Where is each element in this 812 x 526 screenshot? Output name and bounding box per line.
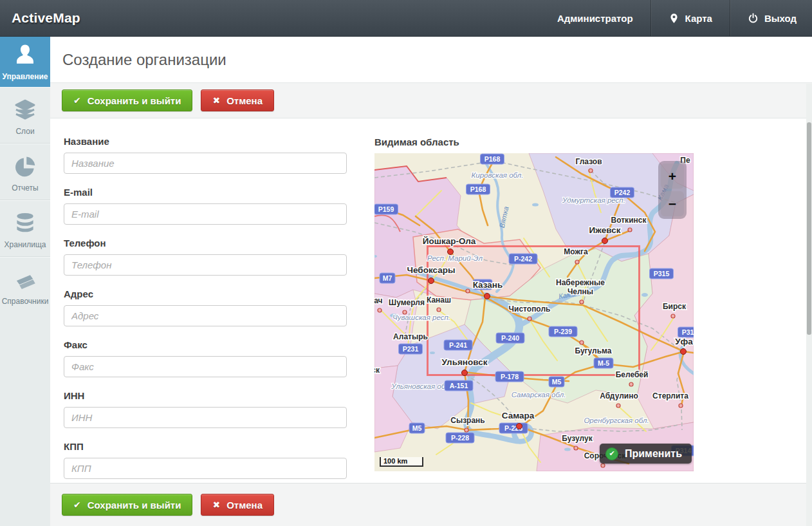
bottom-toolbar: ✔ Сохранить и выйти ✖ Отмена: [50, 483, 812, 526]
map-region-label: Оренбургская обл.: [584, 417, 649, 424]
user-menu-link[interactable]: Администратор: [540, 0, 651, 36]
sidebar-item-label: Справочники: [1, 297, 49, 306]
map-city-dot: [484, 294, 490, 299]
scrollbar-thumb[interactable]: [807, 122, 811, 335]
map-city-label: Челны: [567, 287, 593, 296]
road-badge-label: Р-240: [501, 334, 519, 342]
map-city-dot: [429, 278, 434, 284]
map-city-dot: [517, 424, 522, 429]
map-city-dot: [466, 289, 470, 293]
apply-button[interactable]: ✔ Применить: [600, 444, 692, 464]
road-badge-label: А-151: [450, 382, 468, 390]
sidebar-item-references[interactable]: Справочники: [0, 256, 50, 313]
field-label-fax: Факс: [64, 339, 347, 350]
page-title: Создание организации: [50, 37, 812, 82]
map-link[interactable]: Карта: [651, 0, 730, 36]
books-icon: [1, 267, 49, 294]
cancel-label: Отмена: [226, 500, 263, 511]
save-exit-button-bottom[interactable]: ✔ Сохранить и выйти: [62, 494, 192, 516]
road-badge-label: М5: [412, 424, 422, 432]
sidebar-item-label: Хранилища: [1, 240, 49, 249]
layers-icon: [1, 97, 49, 124]
cancel-button-top[interactable]: ✖ Отмена: [201, 89, 274, 111]
field-label-address: Адрес: [64, 288, 347, 299]
map-city-label: Бузулук: [562, 434, 593, 443]
field-label-kpp: КПП: [64, 441, 347, 452]
sidebar-item-label: Отчеты: [1, 183, 49, 193]
road-badge-label: P231: [403, 345, 419, 353]
cancel-button-bottom[interactable]: ✖ Отмена: [201, 494, 274, 516]
check-icon: ✔: [73, 95, 81, 106]
power-icon: [748, 13, 759, 24]
map-city-label: Сергач: [374, 296, 383, 305]
map-city-dot: [575, 260, 579, 264]
map-city-label: Бугульма: [575, 346, 611, 355]
check-circle-icon: ✔: [605, 447, 618, 460]
map-city-label: Белебей: [616, 370, 649, 379]
road-badge-label: P315: [654, 270, 670, 277]
kpp-input[interactable]: [64, 458, 347, 479]
road-badge-label: P242: [614, 189, 631, 196]
map-canvas[interactable]: Кировская обл.Удмуртская респ.Респ. Мари…: [374, 153, 694, 471]
map-city-dot: [629, 382, 633, 386]
map-zoom-control: + −: [658, 161, 687, 219]
map-city-label: нск: [374, 366, 380, 375]
main-panel: Создание организации ✔ Сохранить и выйти…: [50, 37, 812, 526]
user-menu-label: Администратор: [557, 13, 633, 24]
map-city-dot: [681, 349, 687, 355]
pie-chart-icon: [1, 153, 49, 180]
map-city-label: Бирск: [663, 302, 687, 311]
map-image: Кировская обл.Удмуртская респ.Респ. Мари…: [374, 153, 694, 471]
sidebar-item-layers[interactable]: Слои: [0, 87, 50, 143]
map-city-dot: [528, 317, 531, 321]
map-city-dot: [616, 404, 620, 408]
save-exit-label: Сохранить и выйти: [88, 500, 181, 511]
road-badge-label: М7: [383, 274, 392, 282]
email-input[interactable]: [64, 203, 347, 225]
x-icon: ✖: [212, 500, 220, 510]
map-scale: 100 km: [380, 457, 423, 467]
road-badge-label: Р-239: [554, 328, 572, 335]
logout-label: Выход: [764, 13, 797, 24]
zoom-out-button[interactable]: −: [661, 191, 684, 216]
save-exit-label: Сохранить и выйти: [88, 95, 181, 106]
road-badge-label: P159: [378, 205, 394, 213]
map-city-label: Стерлита: [652, 391, 688, 400]
map-city-dot: [448, 249, 454, 255]
logout-link[interactable]: Выход: [730, 0, 812, 36]
map-city-label: Уфа: [675, 337, 693, 346]
field-label-inn: ИНН: [64, 390, 347, 401]
road-badge-label: Р-228: [451, 434, 469, 442]
map-city-label: Сызрань: [450, 416, 485, 425]
sidebar-item-label: Управление: [1, 72, 49, 81]
zoom-in-button[interactable]: +: [661, 164, 684, 189]
map-city-label: Казань: [473, 280, 503, 290]
sidebar-item-management[interactable]: Управление: [0, 37, 50, 87]
name-input[interactable]: [64, 153, 347, 174]
sidebar-item-storages[interactable]: Хранилища: [0, 200, 50, 256]
sidebar: УправлениеСлоиОтчетыХранилищаСправочники: [0, 37, 50, 526]
road-badge-label: Р-241: [449, 341, 467, 349]
app-window: ActiveMap Администратор Карта Выход Упра…: [0, 0, 812, 526]
map-region-label: Кировская обл.: [472, 171, 524, 179]
map-city-label: Глазов: [575, 157, 602, 166]
sidebar-item-label: Слои: [1, 127, 49, 136]
check-icon: ✔: [73, 500, 81, 510]
inn-input[interactable]: [64, 407, 347, 428]
field-label-name: Название: [64, 136, 347, 147]
phone-input[interactable]: [64, 254, 347, 276]
map-city-dot: [589, 169, 593, 173]
scrollbar[interactable]: [806, 84, 812, 526]
save-exit-button-top[interactable]: ✔ Сохранить и выйти: [62, 89, 192, 111]
map-city-dot: [628, 228, 632, 232]
fax-input[interactable]: [64, 356, 347, 377]
map-city-dot: [465, 428, 468, 432]
sidebar-item-reports[interactable]: Отчеты: [0, 143, 50, 200]
map-city-label: Канаш: [427, 296, 451, 305]
user-icon: [1, 42, 49, 69]
map-city-dot: [679, 404, 683, 408]
address-input[interactable]: [64, 305, 347, 326]
app-logo: ActiveMap: [0, 10, 80, 26]
map-region-label: Чувашская респ.: [392, 314, 450, 321]
road-badge-label: Р-178: [501, 373, 519, 380]
